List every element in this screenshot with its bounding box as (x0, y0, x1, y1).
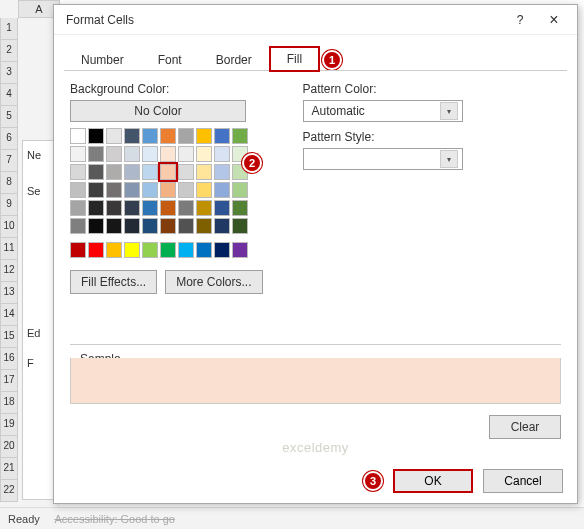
color-swatch[interactable] (142, 218, 158, 234)
color-swatch[interactable] (70, 146, 86, 162)
color-swatch[interactable] (88, 128, 104, 144)
color-swatch[interactable] (214, 242, 230, 258)
color-swatch[interactable] (142, 128, 158, 144)
help-button[interactable]: ? (503, 7, 537, 33)
color-swatch[interactable] (232, 242, 248, 258)
row-header[interactable]: 18 (0, 392, 18, 414)
color-swatch[interactable] (124, 242, 140, 258)
color-swatch[interactable] (88, 164, 104, 180)
row-header[interactable]: 2 (0, 40, 18, 62)
color-swatch[interactable] (124, 182, 140, 198)
row-header[interactable]: 17 (0, 370, 18, 392)
row-header[interactable]: 11 (0, 238, 18, 260)
color-swatch[interactable] (196, 128, 212, 144)
color-swatch[interactable] (88, 182, 104, 198)
color-swatch[interactable] (196, 242, 212, 258)
color-swatch[interactable] (124, 218, 140, 234)
row-header[interactable]: 1 (0, 18, 18, 40)
color-swatch[interactable] (214, 128, 230, 144)
color-swatch[interactable] (178, 164, 194, 180)
color-swatch[interactable] (124, 200, 140, 216)
color-swatch[interactable] (178, 146, 194, 162)
color-swatch[interactable] (178, 218, 194, 234)
color-swatch[interactable] (160, 200, 176, 216)
color-swatch[interactable] (214, 200, 230, 216)
color-swatch[interactable] (214, 182, 230, 198)
color-swatch[interactable] (106, 164, 122, 180)
color-swatch[interactable] (106, 242, 122, 258)
row-header[interactable]: 22 (0, 480, 18, 502)
clear-button[interactable]: Clear (489, 415, 561, 439)
row-header[interactable]: 20 (0, 436, 18, 458)
row-header[interactable]: 19 (0, 414, 18, 436)
color-swatch[interactable] (160, 242, 176, 258)
row-header[interactable]: 9 (0, 194, 18, 216)
row-header[interactable]: 4 (0, 84, 18, 106)
color-swatch[interactable] (88, 218, 104, 234)
color-swatch[interactable] (142, 182, 158, 198)
color-swatch[interactable] (70, 200, 86, 216)
color-swatch[interactable] (232, 182, 248, 198)
more-colors-button[interactable]: More Colors... (165, 270, 262, 294)
tab-fill[interactable]: Fill (269, 46, 320, 72)
color-swatch[interactable] (88, 146, 104, 162)
color-swatch[interactable] (160, 128, 176, 144)
color-swatch[interactable] (106, 128, 122, 144)
close-button[interactable]: × (537, 7, 571, 33)
color-swatch[interactable] (106, 146, 122, 162)
color-swatch[interactable] (106, 200, 122, 216)
color-swatch[interactable] (214, 164, 230, 180)
row-header[interactable]: 6 (0, 128, 18, 150)
row-header[interactable]: 21 (0, 458, 18, 480)
cancel-button[interactable]: Cancel (483, 469, 563, 493)
color-swatch[interactable] (124, 146, 140, 162)
tab-border[interactable]: Border (199, 48, 269, 72)
color-swatch[interactable] (70, 164, 86, 180)
row-header[interactable]: 3 (0, 62, 18, 84)
color-swatch[interactable] (142, 200, 158, 216)
row-header[interactable]: 7 (0, 150, 18, 172)
color-swatch[interactable] (178, 200, 194, 216)
color-swatch[interactable] (232, 128, 248, 144)
color-swatch[interactable] (106, 182, 122, 198)
color-swatch[interactable] (142, 164, 158, 180)
color-swatch[interactable] (232, 200, 248, 216)
color-swatch[interactable] (88, 200, 104, 216)
tab-font[interactable]: Font (141, 48, 199, 72)
color-swatch[interactable] (196, 218, 212, 234)
row-header[interactable]: 8 (0, 172, 18, 194)
ok-button[interactable]: OK (393, 469, 473, 493)
color-swatch[interactable] (160, 182, 176, 198)
color-swatch[interactable] (142, 242, 158, 258)
color-swatch[interactable] (178, 182, 194, 198)
row-header[interactable]: 12 (0, 260, 18, 282)
color-swatch[interactable] (70, 182, 86, 198)
color-swatch[interactable] (160, 218, 176, 234)
color-swatch[interactable] (142, 146, 158, 162)
color-swatch[interactable] (160, 146, 176, 162)
color-swatch[interactable] (196, 146, 212, 162)
color-swatch[interactable] (124, 164, 140, 180)
color-swatch[interactable] (196, 200, 212, 216)
color-swatch[interactable] (70, 218, 86, 234)
row-header[interactable]: 14 (0, 304, 18, 326)
no-color-button[interactable]: No Color (70, 100, 246, 122)
fill-effects-button[interactable]: Fill Effects... (70, 270, 157, 294)
color-swatch[interactable] (70, 128, 86, 144)
row-header[interactable]: 13 (0, 282, 18, 304)
tab-number[interactable]: Number (64, 48, 141, 72)
color-swatch[interactable] (124, 128, 140, 144)
color-swatch[interactable] (214, 218, 230, 234)
color-swatch[interactable] (232, 218, 248, 234)
pattern-color-dropdown[interactable]: Automatic ▾ (303, 100, 463, 122)
color-swatch[interactable] (196, 164, 212, 180)
color-swatch[interactable] (160, 164, 176, 180)
color-swatch[interactable] (88, 242, 104, 258)
row-header[interactable]: 5 (0, 106, 18, 128)
color-swatch[interactable] (196, 182, 212, 198)
color-swatch[interactable] (106, 218, 122, 234)
color-swatch[interactable] (178, 242, 194, 258)
color-swatch[interactable] (178, 128, 194, 144)
row-header[interactable]: 10 (0, 216, 18, 238)
row-header[interactable]: 16 (0, 348, 18, 370)
